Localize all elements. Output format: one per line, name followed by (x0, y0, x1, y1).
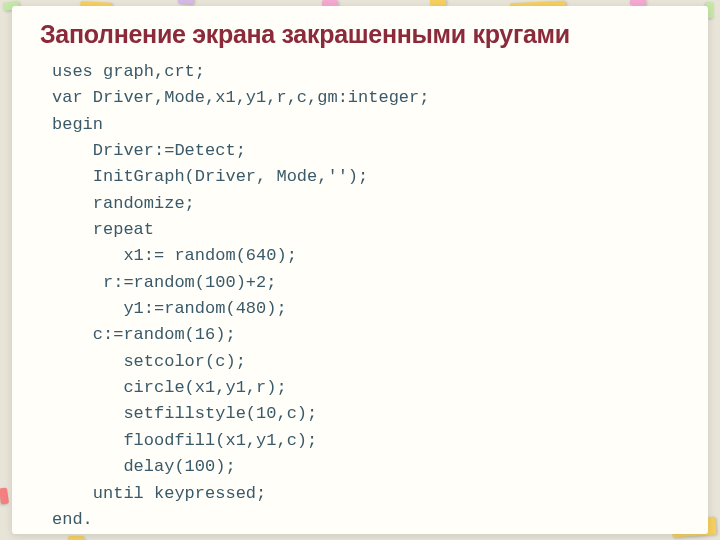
code-line: InitGraph(Driver, Mode,''); (52, 167, 368, 186)
deco-tab (178, 0, 195, 5)
code-line: randomize; (52, 194, 195, 213)
code-line: Driver:=Detect; (52, 141, 246, 160)
code-line: delay(100); (52, 457, 236, 476)
code-line: uses graph,crt; (52, 62, 205, 81)
code-line: repeat (52, 220, 154, 239)
code-line: setfillstyle(10,c); (52, 404, 317, 423)
code-line: end. (52, 510, 93, 529)
code-line: c:=random(16); (52, 325, 236, 344)
code-line: floodfill(x1,y1,c); (52, 431, 317, 450)
code-block: uses graph,crt; var Driver,Mode,x1,y1,r,… (52, 59, 680, 533)
code-line: y1:=random(480); (52, 299, 287, 318)
code-line: r:=random(100)+2; (52, 273, 276, 292)
code-line: setcolor(c); (52, 352, 246, 371)
code-line: until keypressed; (52, 484, 266, 503)
code-line: var Driver,Mode,x1,y1,r,c,gm:integer; (52, 88, 429, 107)
slide-title: Заполнение экрана закрашенными кругами (40, 20, 680, 49)
code-line: x1:= random(640); (52, 246, 297, 265)
deco-tab (68, 536, 84, 540)
deco-tab (0, 488, 9, 505)
slide-card: Заполнение экрана закрашенными кругами u… (12, 6, 708, 534)
code-line: begin (52, 115, 103, 134)
code-line: circle(x1,y1,r); (52, 378, 287, 397)
